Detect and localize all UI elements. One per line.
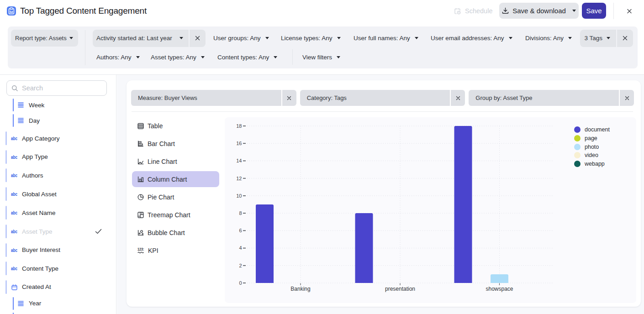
svg-text:abc: abc (11, 229, 17, 234)
svg-text:abc: abc (11, 210, 17, 215)
svg-text:presentation: presentation (385, 286, 415, 292)
svg-text:abc: abc (11, 136, 17, 141)
svg-text:4: 4 (239, 245, 242, 251)
svg-text:Banking: Banking (290, 286, 310, 292)
svg-text:8: 8 (239, 210, 242, 216)
svg-text:abc: abc (11, 192, 17, 196)
svg-text:6: 6 (239, 228, 242, 233)
svg-text:abc: abc (11, 248, 17, 252)
svg-text:18: 18 (236, 123, 242, 129)
svg-text:16: 16 (236, 141, 242, 146)
svg-text:10: 10 (236, 193, 242, 199)
svg-text:0: 0 (239, 280, 242, 286)
svg-text:abc: abc (11, 173, 17, 178)
svg-text:2: 2 (239, 263, 242, 268)
svg-text:abc: abc (11, 266, 17, 271)
svg-text:14: 14 (236, 158, 242, 163)
svg-text:12: 12 (236, 176, 242, 181)
svg-text:123:: 123: (137, 247, 144, 251)
svg-text:showspace: showspace (486, 286, 513, 292)
svg-text:abc: abc (11, 155, 17, 159)
